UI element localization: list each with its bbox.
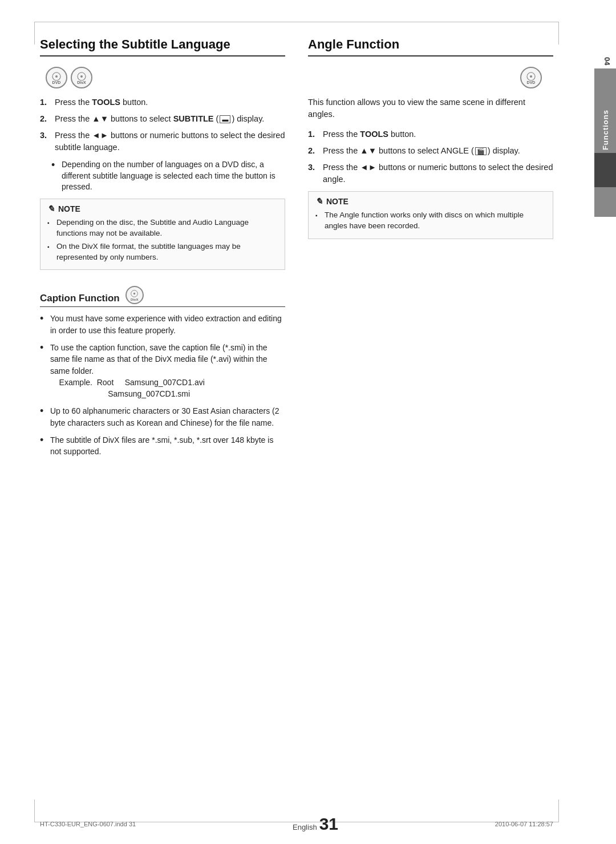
left-sub-bullets: • Depending on the number of languages o… bbox=[51, 159, 285, 193]
caption-bullet-2: • To use the caption function, save the … bbox=[40, 342, 285, 399]
left-step-3: 3. Press the ◄► buttons or numeric butto… bbox=[40, 130, 285, 154]
right-note-icon: ✎ bbox=[315, 196, 323, 207]
page-footer: HT-C330-EUR_ENG-0607.indd 31 English 31 … bbox=[40, 814, 553, 834]
right-column: Angle Function DVD This function allows … bbox=[308, 37, 553, 463]
divx-badge: DivX bbox=[71, 67, 92, 88]
dvd-badge: DVD bbox=[46, 67, 67, 88]
footer-right-text: 2010-06-07 11:28:57 bbox=[495, 821, 553, 827]
caption-section: Caption Function DivX • You must have so… bbox=[40, 286, 285, 457]
page-border-top bbox=[34, 22, 559, 22]
right-icon-badges: DVD bbox=[314, 67, 542, 88]
right-section-title: Angle Function bbox=[308, 37, 553, 56]
left-section-title: Selecting the Subtitle Language bbox=[40, 37, 285, 56]
left-steps-list: 1. Press the TOOLS button. 2. Press the … bbox=[40, 96, 285, 154]
left-step-2: 2. Press the ▲▼ buttons to select SUBTIT… bbox=[40, 113, 285, 125]
left-note: ✎ NOTE ▪ Depending on the disc, the Subt… bbox=[40, 199, 285, 270]
right-note-title: ✎ NOTE bbox=[315, 196, 546, 207]
left-sub-bullet-1: • Depending on the number of languages o… bbox=[51, 159, 285, 193]
page-number: 31 bbox=[319, 814, 338, 834]
caption-bullet-3: • Up to 60 alphanumeric characters or 30… bbox=[40, 405, 285, 429]
footer-left-text: HT-C330-EUR_ENG-0607.indd 31 bbox=[40, 821, 136, 827]
left-note-item-2: ▪ On the DivX file format, the subtitle … bbox=[47, 241, 278, 263]
page-border-left-top bbox=[34, 22, 35, 45]
page-border-left-bottom bbox=[34, 799, 35, 822]
right-step-1: 1. Press the TOOLS button. bbox=[308, 128, 553, 140]
svg-point-1 bbox=[55, 75, 58, 78]
caption-divx-badge: DivX bbox=[125, 286, 144, 304]
right-intro: This function allows you to view the sam… bbox=[308, 96, 553, 120]
page-border-right-top bbox=[558, 22, 559, 45]
left-column: Selecting the Subtitle Language DVD bbox=[40, 37, 285, 463]
caption-bullets: • You must have some experience with vid… bbox=[40, 313, 285, 457]
main-content: Selecting the Subtitle Language DVD bbox=[40, 31, 553, 813]
svg-point-7 bbox=[530, 75, 532, 78]
left-note-list: ▪ Depending on the disc, the Subtitle an… bbox=[47, 217, 278, 263]
page-number-area: English 31 bbox=[293, 814, 338, 834]
caption-bullet-4: • The subtitle of DivX files are *.smi, … bbox=[40, 434, 285, 458]
right-dvd-badge: DVD bbox=[520, 67, 542, 88]
svg-point-5 bbox=[133, 293, 135, 294]
sidebar-tab-highlight bbox=[594, 153, 616, 187]
right-step-3: 3. Press the ◄► buttons or numeric butto… bbox=[308, 161, 553, 185]
columns-layout: Selecting the Subtitle Language DVD bbox=[40, 37, 553, 463]
page-border-right-bottom bbox=[558, 799, 559, 822]
right-steps-list: 1. Press the TOOLS button. 2. Press the … bbox=[308, 128, 553, 185]
right-note-item-1: ▪ The Angle function works only with dis… bbox=[315, 210, 546, 232]
sidebar-tab: Basic Functions bbox=[594, 68, 616, 217]
left-note-title: ✎ NOTE bbox=[47, 204, 278, 214]
caption-bullet-1: • You must have some experience with vid… bbox=[40, 313, 285, 336]
page-language-label: English bbox=[293, 823, 317, 831]
right-note: ✎ NOTE ▪ The Angle function works only w… bbox=[308, 191, 553, 239]
left-icon-badges: DVD DivX bbox=[46, 67, 285, 88]
left-step-1: 1. Press the TOOLS button. bbox=[40, 96, 285, 108]
caption-title: Caption Function DivX bbox=[40, 286, 285, 307]
sidebar-number: 04 bbox=[603, 57, 611, 65]
right-note-list: ▪ The Angle function works only with dis… bbox=[315, 210, 546, 232]
left-note-item-1: ▪ Depending on the disc, the Subtitle an… bbox=[47, 217, 278, 239]
right-step-2: 2. Press the ▲▼ buttons to select ANGLE … bbox=[308, 145, 553, 157]
note-icon: ✎ bbox=[47, 204, 55, 214]
svg-point-3 bbox=[80, 75, 83, 78]
